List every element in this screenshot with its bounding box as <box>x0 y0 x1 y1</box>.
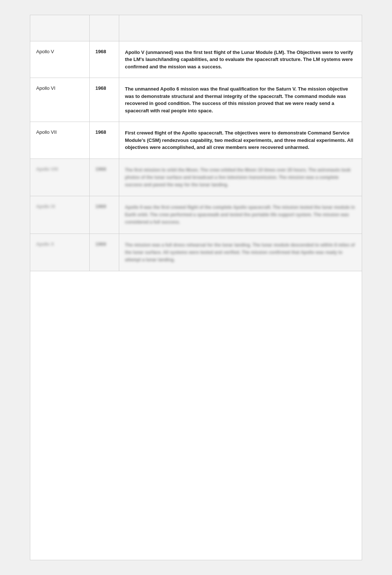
table-row: Apollo VIII 1968 The first mission to or… <box>30 159 362 196</box>
empty-mission-cell <box>30 15 89 41</box>
year-cell: 1969 <box>89 234 119 271</box>
table-row: Apollo VI 1968 The unmanned Apollo 6 mis… <box>30 78 362 122</box>
description-cell: The unmanned Apollo 6 mission was the fi… <box>119 78 362 122</box>
year-cell: 1968 <box>89 78 119 122</box>
mission-cell: Apollo IX <box>30 196 89 234</box>
table-row: Apollo X 1969 The mission was a full dre… <box>30 234 362 271</box>
year-cell: 1969 <box>89 196 119 234</box>
mission-cell: Apollo VI <box>30 78 89 122</box>
year-cell: 1968 <box>89 122 119 159</box>
empty-desc-cell <box>119 15 362 41</box>
mission-cell: Apollo VII <box>30 122 89 159</box>
year-cell: 1968 <box>89 41 119 78</box>
page-container: Apollo V 1968 Apollo V (unmanned) was th… <box>30 15 362 560</box>
missions-table: Apollo V 1968 Apollo V (unmanned) was th… <box>30 15 362 271</box>
description-cell: First crewed flight of the Apollo spacec… <box>119 122 362 159</box>
description-cell: Apollo V (unmanned) was the first test f… <box>119 41 362 78</box>
table-row: Apollo V 1968 Apollo V (unmanned) was th… <box>30 41 362 78</box>
empty-year-cell <box>89 15 119 41</box>
mission-cell: Apollo V <box>30 41 89 78</box>
description-cell: The mission was a full dress rehearsal f… <box>119 234 362 271</box>
mission-cell: Apollo VIII <box>30 159 89 196</box>
mission-cell: Apollo X <box>30 234 89 271</box>
description-cell: Apollo 9 was the first crewed flight of … <box>119 196 362 234</box>
table-row <box>30 15 362 41</box>
description-cell: The first mission to orbit the Moon. The… <box>119 159 362 196</box>
table-row: Apollo IX 1969 Apollo 9 was the first cr… <box>30 196 362 234</box>
year-cell: 1968 <box>89 159 119 196</box>
table-row: Apollo VII 1968 First crewed flight of t… <box>30 122 362 159</box>
